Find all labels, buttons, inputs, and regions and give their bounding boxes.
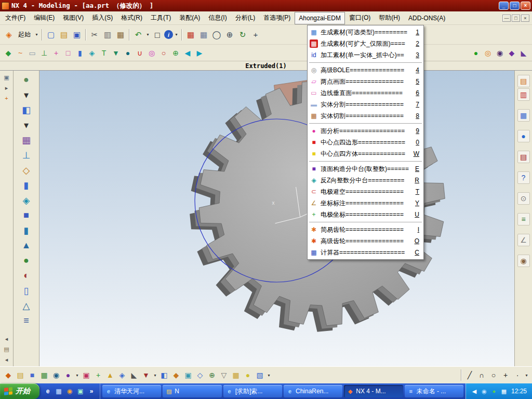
pocket-icon[interactable]: ○ <box>158 47 169 59</box>
task-nx4-modeling[interactable]: ◆NX 4 - M... <box>344 385 403 397</box>
menu-item-advanced-bole[interactable]: ◎高级BOLE===============4 <box>308 64 423 76</box>
direction-flip-icon[interactable]: ▼ <box>140 369 152 381</box>
dropdown-arrow-icon[interactable]: ▾ <box>174 29 179 41</box>
circle-tool-icon[interactable]: ○ <box>488 369 499 381</box>
split-body-icon[interactable]: ▶ <box>194 47 205 59</box>
dropdown-arrow-icon[interactable]: ▾ <box>524 369 529 381</box>
maximize-button[interactable]: □ <box>510 2 520 10</box>
copy-icon[interactable]: ▥ <box>101 29 114 41</box>
sketch-icon[interactable]: ◆ <box>3 47 14 59</box>
menubar-item-11[interactable]: Ahongzai-EDM <box>295 12 345 24</box>
menubar-item-13[interactable]: 帮助(H) <box>375 11 404 25</box>
existing-point-icon[interactable]: ▣ <box>81 369 92 381</box>
unite-icon[interactable]: ● <box>470 47 482 59</box>
trim-body-icon[interactable]: ◀ <box>182 47 193 59</box>
display-part-icon[interactable]: ▦ <box>184 29 197 41</box>
cone-tool-icon[interactable]: ▲ <box>19 238 34 252</box>
volume-icon[interactable]: ◉ <box>480 387 488 395</box>
clock-icon[interactable]: ⊙ <box>517 192 530 205</box>
shaded-toggle-icon[interactable]: ◧ <box>158 369 170 381</box>
show-desktop-icon[interactable]: ▦ <box>54 387 63 396</box>
dropdown-arrow-icon[interactable]: ▾ <box>19 118 34 132</box>
datum-csys-icon[interactable]: + <box>50 47 62 59</box>
ime-icon[interactable]: ▦ <box>500 387 508 395</box>
link-toggle-icon[interactable]: ● <box>242 369 254 381</box>
block-tool-icon[interactable]: ■ <box>19 208 34 222</box>
constraint-navigator-icon[interactable]: ▥ <box>517 88 530 101</box>
selection-ball-icon[interactable]: ● <box>19 73 34 87</box>
hole-icon[interactable]: ∪ <box>134 47 145 59</box>
menubar-item-12[interactable]: 窗口(O) <box>345 11 375 25</box>
info-icon[interactable]: i <box>164 30 173 39</box>
menubar-item-5[interactable]: 格式(R) <box>117 11 147 25</box>
measure-icon[interactable]: ∠ <box>517 234 530 246</box>
chamfer-icon[interactable]: ◣ <box>518 47 529 59</box>
materials-icon[interactable]: ≡ <box>517 213 530 225</box>
sphere-icon[interactable]: ● <box>122 47 134 59</box>
menubar-item-6[interactable]: 工具(T) <box>147 11 175 25</box>
media-player-icon[interactable]: ◉ <box>65 387 74 396</box>
blend-icon[interactable]: ◆ <box>506 47 517 59</box>
mdi-restore-button[interactable]: □ <box>512 15 520 22</box>
menu-item-top-face-split[interactable]: ■顶面构造分中台(取整数)======E <box>308 163 423 175</box>
minimize-button[interactable]: _ <box>499 2 509 10</box>
menu-item-simple-gear[interactable]: ✱简易齿轮================I <box>308 224 423 235</box>
antivirus-icon[interactable]: ● <box>490 387 498 395</box>
menu-item-two-point-plane[interactable]: ▱两点画面================5 <box>308 76 423 87</box>
menubar-item-4[interactable]: 插入(S) <box>88 11 117 25</box>
start-dropdown[interactable]: 起始 <box>16 29 33 41</box>
menubar-item-1[interactable]: 文件(F) <box>1 11 30 25</box>
tube-icon[interactable]: ▼ <box>110 47 122 59</box>
dropdown-arrow-icon[interactable]: ▾ <box>266 369 272 381</box>
messenger-icon[interactable]: ▣ <box>76 387 85 396</box>
end-point-icon[interactable]: ▤ <box>15 369 26 381</box>
help-icon[interactable]: ? <box>517 171 530 184</box>
point-constructor-icon[interactable]: + <box>92 369 104 381</box>
menu-item-edge-perpendicular-plane[interactable]: ▭边线垂直面==============6 <box>308 87 423 99</box>
snap-toggle-icon[interactable]: + <box>2 94 11 103</box>
fillet-tool-icon[interactable]: + <box>500 369 511 381</box>
datum-plane-icon[interactable]: ▭ <box>26 47 38 59</box>
datum-axis-icon[interactable]: ⊥ <box>38 47 50 59</box>
task-untitled-notepad[interactable]: ≡未命名 - ... <box>405 385 463 397</box>
menu-item-electrode-clearance[interactable]: ⊂电极避空================T <box>308 186 423 197</box>
snap-settings-icon[interactable]: ▦ <box>230 369 242 381</box>
arc-tool-icon[interactable]: ∩ <box>476 369 487 381</box>
wireframe-toggle-icon[interactable]: ◆ <box>170 369 182 381</box>
menu-item-center-point-box[interactable]: ■中心点四方体=============W <box>308 148 423 159</box>
datum-grid-icon[interactable]: ▦ <box>19 133 34 147</box>
menu-item-gen-material-expand[interactable]: ▦生成素材(可扩大_仅限面)====2 <box>308 38 423 49</box>
cylinder-tool-icon[interactable]: ▮ <box>19 223 34 237</box>
show-hide-icon[interactable]: ▦ <box>197 29 210 41</box>
thread-tool-icon[interactable]: ≡ <box>19 314 34 328</box>
new-file-icon[interactable]: ▢ <box>45 29 57 41</box>
task-qiuzhu-suo[interactable]: e[求助]索... <box>223 385 282 397</box>
orient-view-icon[interactable]: ▽ <box>218 369 230 381</box>
revolve-tool-icon[interactable]: ◈ <box>19 193 34 207</box>
mdi-close-button[interactable]: × <box>521 15 529 22</box>
cylinder-2-icon[interactable]: ▯ <box>19 284 34 298</box>
extrude-tool-icon[interactable]: ▮ <box>19 178 34 192</box>
internet-explorer-icon[interactable]: e <box>43 387 52 396</box>
work-layer-icon[interactable]: ◇ <box>194 369 206 381</box>
menubar-item-7[interactable]: 装配(A) <box>175 11 204 25</box>
menubar-item-2[interactable]: 编辑(E) <box>30 11 59 25</box>
cone-2-icon[interactable]: △ <box>19 299 34 313</box>
arc-center-icon[interactable]: ◉ <box>50 369 62 381</box>
menu-item-advanced-gear[interactable]: ✱高级齿轮================O <box>308 235 423 247</box>
menu-item-coordinate-dimension[interactable]: ∠坐标标注================Y <box>308 197 423 209</box>
resource-tab-icon[interactable]: ▤ <box>2 344 11 354</box>
cut-icon[interactable]: ✂ <box>88 29 101 41</box>
web-browser-icon[interactable]: ● <box>517 130 530 142</box>
task-folder-n[interactable]: ▨N <box>163 385 221 397</box>
more-chevron-icon[interactable]: » <box>87 387 96 396</box>
intersect-icon[interactable]: ◉ <box>494 47 506 59</box>
start-button[interactable]: 开始 <box>0 383 39 399</box>
extrude-icon[interactable]: ▮ <box>74 47 86 59</box>
graphics-canvas[interactable]: x <box>39 71 514 366</box>
shaded-view-icon[interactable]: ◧ <box>19 103 34 117</box>
point-set-icon[interactable]: □ <box>62 47 74 59</box>
unite-tool-icon[interactable]: ● <box>19 254 34 268</box>
hatch-toggle-icon[interactable]: ▧ <box>254 369 265 381</box>
line-tool-icon[interactable]: ╱ <box>464 369 475 381</box>
